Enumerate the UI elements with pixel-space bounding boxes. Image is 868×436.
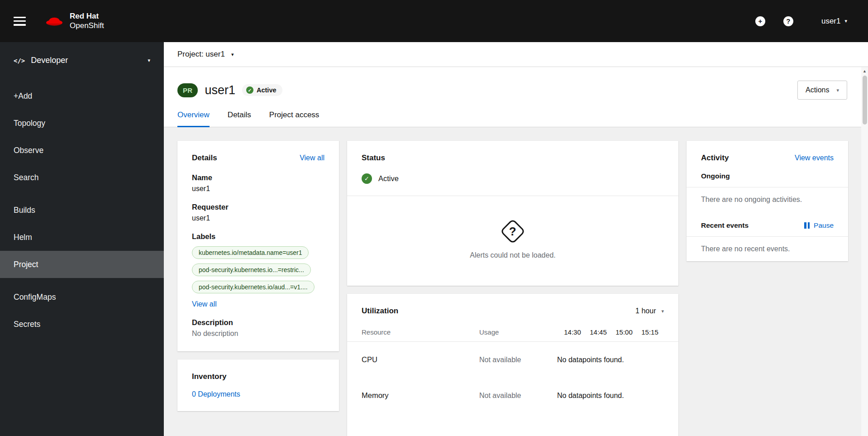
status-value: Active (378, 174, 399, 183)
labels-label: Labels (192, 232, 324, 241)
utilization-row-cpu: CPU Not available No datapoints found. (347, 342, 678, 378)
tab-details[interactable]: Details (228, 110, 251, 127)
description-label: Description (192, 318, 324, 327)
sidebar-item-project[interactable]: Project (0, 251, 164, 278)
perspective-label: Developer (31, 56, 68, 65)
pause-icon (804, 222, 810, 229)
label-chip-list: kubernetes.io/metadata.name=user1 pod-se… (192, 246, 324, 293)
details-card-title: Details (192, 153, 217, 163)
name-label: Name (192, 173, 324, 182)
check-circle-icon: ✓ (246, 86, 253, 94)
resource-usage: Not available (479, 392, 557, 400)
ongoing-empty-message: There are no ongoing activities. (687, 187, 848, 212)
status-badge-label: Active (257, 86, 277, 94)
sidebar-item-observe[interactable]: Observe (0, 137, 164, 164)
brand-logo[interactable]: Red Hat OpenShift (45, 12, 104, 30)
main-area: Project: user1 ▾ PR user1 ✓ Active Actio… (164, 42, 868, 436)
name-value: user1 (192, 185, 324, 193)
brand-text: Red Hat OpenShift (70, 12, 104, 30)
tab-overview[interactable]: Overview (177, 110, 210, 127)
time-tick: 15:15 (640, 328, 660, 336)
sidebar-item-add[interactable]: +Add (0, 82, 164, 110)
inventory-card-title: Inventory (192, 372, 227, 381)
nav-group: ConfigMaps Secrets (0, 283, 164, 338)
status-card: Status ✓ Active ? Alerts could not be lo… (347, 141, 678, 286)
scroll-up-arrow-icon[interactable]: ▲ (861, 67, 868, 75)
page-title: user1 (205, 83, 235, 97)
recent-events-empty-message: There are no recent events. (687, 237, 848, 261)
scrollbar-thumb[interactable] (863, 76, 867, 125)
help-icon[interactable]: ? (783, 16, 793, 26)
user-menu[interactable]: user1 ▾ (821, 17, 847, 26)
label-chip[interactable]: kubernetes.io/metadata.name=user1 (192, 246, 309, 259)
activity-card-title: Activity (701, 153, 729, 163)
utilization-card-title: Utilization (362, 307, 398, 316)
project-selector-label: Project: user1 (177, 50, 225, 59)
status-badge: ✓ Active (242, 84, 282, 96)
check-circle-icon: ✓ (362, 173, 372, 184)
labels-view-all-link[interactable]: View all (192, 300, 217, 308)
actions-button[interactable]: Actions ▾ (797, 81, 847, 100)
menu-icon[interactable] (14, 17, 26, 26)
tab-bar: Overview Details Project access (164, 100, 868, 127)
sidebar-item-secrets[interactable]: Secrets (0, 311, 164, 338)
add-icon[interactable]: + (755, 16, 765, 26)
deployments-link[interactable]: 0 Deployments (177, 381, 339, 411)
sidebar: </> Developer ▾ +Add Topology Observe Se… (0, 42, 164, 436)
chevron-down-icon: ▾ (148, 58, 150, 63)
inventory-card: Inventory 0 Deployments (177, 359, 339, 411)
resource-datapoints: No datapoints found. (557, 392, 664, 400)
requester-label: Requester (192, 203, 324, 211)
time-tick: 14:30 (563, 328, 582, 336)
resource-column-header: Resource (362, 328, 479, 336)
alerts-message: Alerts could not be loaded. (470, 251, 555, 259)
status-row: ✓ Active (347, 163, 678, 196)
tab-project-access[interactable]: Project access (269, 110, 320, 127)
alerts-empty-state: ? Alerts could not be loaded. (347, 196, 678, 286)
view-events-link[interactable]: View events (795, 154, 834, 162)
sidebar-item-configmaps[interactable]: ConfigMaps (0, 283, 164, 311)
chevron-down-icon: ▾ (844, 19, 847, 24)
label-chip[interactable]: pod-security.kubernetes.io/aud...=v1.... (192, 281, 315, 293)
brand-line2: OpenShift (70, 21, 104, 30)
pause-button[interactable]: Pause (804, 221, 834, 230)
duration-select-value: 1 hour (635, 307, 656, 315)
utilization-row-memory: Memory Not available No datapoints found… (347, 378, 678, 413)
utilization-card: Utilization 1 hour ▾ Resource Usage 14:3… (347, 294, 678, 436)
page-header: PR user1 ✓ Active Actions ▾ (164, 67, 868, 100)
brand-line1: Red Hat (70, 12, 99, 20)
project-selector[interactable]: Project: user1 ▾ (164, 42, 868, 67)
nav-group: Builds Helm Project (0, 196, 164, 278)
alerts-unavailable-icon: ? (500, 219, 526, 244)
duration-select[interactable]: 1 hour ▾ (635, 307, 664, 315)
pause-button-label: Pause (814, 221, 834, 230)
perspective-switcher[interactable]: </> Developer ▾ (0, 42, 164, 75)
usage-column-header: Usage (479, 328, 557, 336)
resource-name: Memory (362, 391, 479, 400)
requester-value: user1 (192, 214, 324, 222)
actions-button-label: Actions (806, 86, 829, 94)
chevron-down-icon: ▾ (231, 52, 234, 57)
resource-name: CPU (362, 355, 479, 364)
sidebar-item-builds[interactable]: Builds (0, 196, 164, 224)
details-card: Details View all Name user1 Requester us… (177, 141, 339, 351)
utilization-header-row: Resource Usage 14:30 14:45 15:00 15:15 (347, 316, 678, 342)
scrollbar[interactable]: ▲ (861, 67, 868, 436)
recent-events-section-title: Recent events (701, 221, 749, 230)
time-tick: 14:45 (588, 328, 608, 336)
activity-card: Activity View events Ongoing There are n… (687, 141, 848, 261)
sidebar-item-search[interactable]: Search (0, 164, 164, 191)
chevron-down-icon: ▾ (836, 88, 839, 93)
sidebar-item-topology[interactable]: Topology (0, 110, 164, 137)
project-resource-badge: PR (177, 83, 198, 97)
nav-group: +Add Topology Observe Search (0, 82, 164, 191)
status-card-title: Status (362, 153, 385, 163)
masthead: Red Hat OpenShift + ? user1 ▾ (0, 0, 868, 42)
sidebar-item-helm[interactable]: Helm (0, 224, 164, 251)
resource-datapoints: No datapoints found. (557, 356, 664, 364)
redhat-hat-icon (45, 14, 64, 29)
label-chip[interactable]: pod-security.kubernetes.io...=restric... (192, 264, 311, 276)
chevron-down-icon: ▾ (661, 309, 664, 314)
time-tick: 15:00 (614, 328, 634, 336)
details-view-all-link[interactable]: View all (300, 154, 324, 162)
